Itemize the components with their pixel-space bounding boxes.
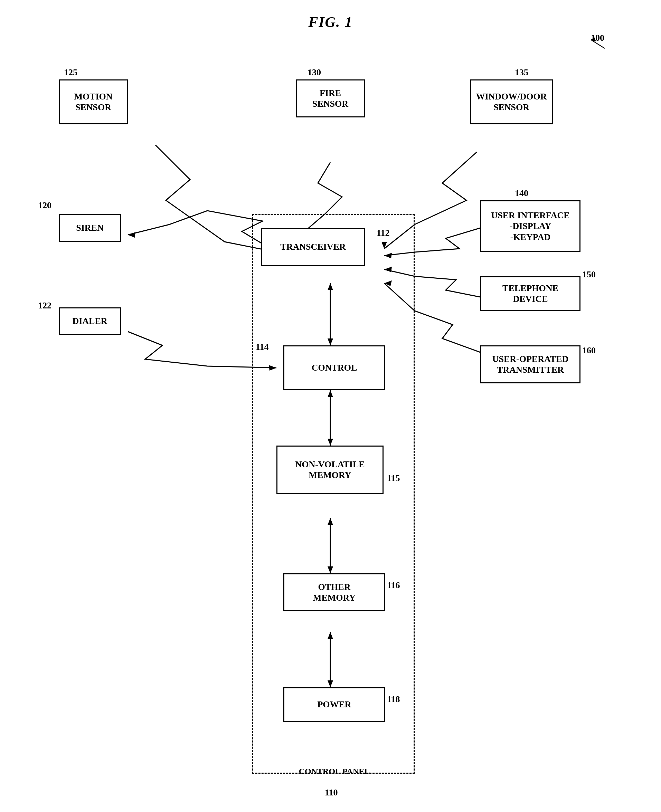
telephone-device-label: TELEPHONE DEVICE — [502, 283, 558, 304]
power-box: POWER — [283, 687, 385, 722]
ref-135: 135 — [515, 67, 528, 78]
dialer-box: DIALER — [59, 307, 121, 335]
siren-box: SIREN — [59, 214, 121, 242]
window-door-sensor-box: WINDOW/DOOR SENSOR — [470, 80, 553, 124]
ref-114: 114 — [256, 342, 269, 352]
user-operated-transmitter-label: USER-OPERATED TRANSMITTER — [492, 353, 569, 375]
figure-title: FIG. 1 — [308, 14, 353, 30]
fire-sensor-box: FIRE SENSOR — [296, 80, 365, 118]
diagram-container: FIG. 1 100 — [0, 0, 661, 812]
telephone-device-box: TELEPHONE DEVICE — [480, 276, 581, 311]
control-box: CONTROL — [283, 345, 385, 390]
motion-sensor-box: MOTION SENSOR — [59, 80, 128, 124]
ref-118: 118 — [387, 694, 400, 705]
ref-125: 125 — [64, 67, 77, 78]
user-interface-label: USER INTERFACE -DISPLAY -KEYPAD — [491, 210, 570, 242]
control-label: CONTROL — [312, 362, 357, 373]
non-volatile-memory-label: NON-VOLATILE MEMORY — [295, 459, 364, 481]
ref-100: 100 — [591, 33, 604, 43]
ref-140: 140 — [515, 188, 528, 199]
other-memory-box: OTHER MEMORY — [283, 573, 385, 611]
ref-115: 115 — [387, 473, 400, 484]
power-label: POWER — [317, 699, 351, 710]
ref-110: 110 — [325, 788, 338, 798]
ref-122: 122 — [38, 301, 51, 311]
ref-160: 160 — [582, 345, 596, 356]
ref-150: 150 — [582, 269, 596, 280]
user-interface-box: USER INTERFACE -DISPLAY -KEYPAD — [480, 200, 581, 252]
ref-112: 112 — [377, 228, 390, 238]
svg-marker-17 — [128, 232, 136, 237]
ref-130: 130 — [308, 67, 321, 78]
other-memory-label: OTHER MEMORY — [313, 582, 356, 603]
control-panel-label: CONTROL PANEL — [283, 767, 385, 776]
user-operated-transmitter-box: USER-OPERATED TRANSMITTER — [480, 345, 581, 384]
siren-label: SIREN — [76, 223, 103, 233]
dialer-label: DIALER — [72, 316, 107, 326]
transceiver-label: TRANSCEIVER — [280, 241, 345, 252]
fire-sensor-label: FIRE SENSOR — [312, 88, 348, 109]
non-volatile-memory-box: NON-VOLATILE MEMORY — [276, 446, 383, 494]
transceiver-box: TRANSCEIVER — [261, 228, 365, 266]
ref-116: 116 — [387, 580, 400, 591]
window-door-sensor-label: WINDOW/DOOR SENSOR — [476, 91, 547, 113]
ref-120: 120 — [38, 200, 51, 211]
motion-sensor-label: MOTION SENSOR — [74, 91, 112, 113]
